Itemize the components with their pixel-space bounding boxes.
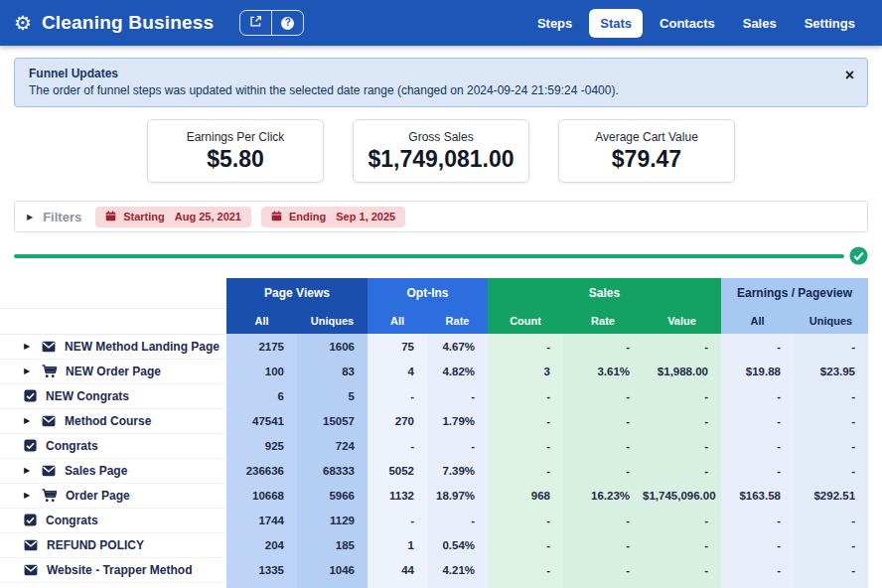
cell-optins-all: -: [368, 383, 427, 408]
funnel-step-cell[interactable]: Congrats: [0, 433, 226, 458]
cell-pageviews-all: 925: [226, 433, 297, 458]
cell-sales-count: -: [488, 383, 563, 408]
cell-earnings-uniques: $292.51: [794, 483, 868, 508]
funnel-step-cell[interactable]: NEW Congrats: [0, 383, 226, 408]
group-header-opt-ins: Opt-Ins: [368, 278, 488, 308]
cell-optins-all: 4: [368, 359, 427, 383]
funnel-step-cell[interactable]: ▶Sales Page: [0, 458, 226, 483]
help-icon: ?: [281, 17, 294, 30]
expand-caret-icon[interactable]: ▶: [24, 416, 33, 425]
top-navbar: ⚙ Cleaning Business ? Steps Stats Contac…: [0, 0, 882, 46]
calendar-icon: [271, 211, 282, 223]
progress-bar: [14, 254, 844, 258]
funnel-step-name: NEW Congrats: [46, 389, 129, 403]
cell-optins-all: 270: [368, 408, 427, 433]
cell-pageviews-uniques: 5966: [297, 483, 368, 508]
cell-pageviews-uniques: 1129: [297, 508, 368, 532]
expand-caret-icon[interactable]: ▶: [24, 491, 33, 500]
funnel-updates-alert: Funnel Updates The order of funnel steps…: [14, 58, 868, 107]
envelope-icon: [24, 539, 38, 551]
nav-tab-contacts[interactable]: Contacts: [649, 9, 726, 38]
funnel-step-cell[interactable]: ▶Order Page: [0, 483, 226, 508]
column-header-sales-count: Count: [488, 308, 563, 334]
funnel-step-cell[interactable]: ▶Website - Method order page: [0, 582, 226, 588]
cell-earnings-all: $19.88: [721, 359, 794, 383]
funnel-step-cell[interactable]: REFUND POLICY: [0, 532, 226, 557]
alert-message: The order of funnel steps was updated wi…: [29, 83, 853, 97]
cell-sales-rate: -: [563, 334, 643, 359]
checked-checkbox-icon: [24, 514, 37, 526]
cell-sales-value: $1,988.00: [643, 359, 721, 383]
funnel-step-name: REFUND POLICY: [47, 538, 144, 552]
starting-date-filter[interactable]: Starting Aug 25, 2021: [95, 207, 251, 227]
cell-sales-count[interactable]: 3: [488, 359, 563, 383]
cell-pageviews-uniques: 15057: [297, 408, 368, 433]
cell-sales-count[interactable]: 1: [488, 582, 563, 588]
funnel-stats-table: Page Views Opt-Ins Sales Earnings / Page…: [0, 278, 868, 588]
cell-sales-count[interactable]: 968: [488, 483, 563, 508]
cell-pageviews-all: 236636: [226, 458, 297, 483]
funnel-step-cell[interactable]: Congrats: [0, 508, 226, 532]
funnel-step-name: Congrats: [46, 439, 98, 453]
funnel-table-body: ▶NEW Method Landing Page21751606754.67%-…: [0, 334, 868, 588]
funnel-step-cell[interactable]: Website - Trapper Method: [0, 557, 226, 582]
envelope-icon: [42, 465, 56, 477]
table-corner: [0, 308, 226, 334]
cell-optins-rate: 2.27%: [427, 582, 488, 588]
cell-sales-value: -: [643, 433, 721, 458]
funnel-step-cell[interactable]: ▶NEW Method Landing Page: [0, 334, 226, 359]
cell-optins-rate: 4.82%: [427, 359, 488, 383]
alert-close-icon[interactable]: ×: [845, 68, 854, 83]
column-header-pageviews-all: All: [226, 308, 297, 334]
cell-earnings-uniques: $23.95: [794, 359, 868, 383]
cell-earnings-all: $35.66: [721, 582, 794, 588]
nav-tab-settings[interactable]: Settings: [794, 9, 866, 38]
expand-caret-icon[interactable]: ▶: [24, 342, 33, 351]
cell-earnings-uniques: -: [794, 334, 868, 359]
cell-optins-all: 44: [368, 557, 427, 582]
column-header-optins-rate: Rate: [427, 308, 488, 334]
expand-caret-icon[interactable]: ▶: [24, 367, 33, 375]
column-header-pageviews-uniques: Uniques: [297, 308, 368, 334]
open-funnel-button[interactable]: [240, 11, 271, 35]
funnel-step-name: NEW Method Landing Page: [65, 340, 220, 354]
funnel-step-name: Congrats: [46, 514, 98, 527]
cell-sales-rate: -: [563, 433, 643, 458]
cell-sales-value: -: [643, 383, 721, 408]
funnel-step-cell[interactable]: ▶NEW Order Page: [0, 359, 226, 383]
table-row: ▶Sales Page2366366833350527.39%-----: [0, 458, 868, 483]
cell-optins-all: 1132: [368, 483, 427, 508]
cell-sales-count: -: [488, 408, 563, 433]
nav-tab-stats[interactable]: Stats: [589, 9, 643, 38]
cell-earnings-uniques: $45.39: [794, 582, 868, 588]
cell-pageviews-uniques: 185: [297, 532, 368, 557]
progress-complete-check-icon: [849, 246, 868, 265]
filters-expand-icon[interactable]: ▶: [27, 213, 33, 221]
cell-earnings-uniques: -: [794, 532, 868, 557]
funnel-step-name: Website - Trapper Method: [47, 563, 192, 577]
table-row: Congrats17441129-------: [0, 508, 868, 532]
funnel-step-name: Order Page: [66, 489, 130, 503]
gear-icon: ⚙: [14, 13, 32, 33]
help-button[interactable]: ?: [271, 11, 303, 35]
sub-header-row: All Uniques All Rate Count Rate Value Al…: [0, 308, 868, 334]
table-row: NEW Congrats65-------: [0, 383, 868, 408]
cell-optins-rate: 0.54%: [427, 532, 488, 557]
expand-caret-icon[interactable]: ▶: [24, 466, 33, 475]
nav-tab-sales[interactable]: Sales: [732, 9, 788, 38]
cell-optins-rate: 4.67%: [427, 334, 488, 359]
cell-earnings-all: -: [721, 508, 794, 532]
cart-icon: [42, 489, 57, 503]
funnel-step-cell[interactable]: ▶Method Course: [0, 408, 226, 433]
card-label: Gross Sales: [408, 130, 473, 144]
table-corner: [0, 278, 226, 308]
cell-pageviews-all: 100: [226, 359, 297, 383]
cell-optins-all: -: [368, 433, 427, 458]
nav-tab-steps[interactable]: Steps: [526, 9, 583, 38]
group-header-page-views: Page Views: [226, 278, 368, 308]
column-header-earnings-all: All: [721, 308, 794, 334]
cell-pageviews-uniques: 5: [297, 383, 368, 408]
ending-date-filter[interactable]: Ending Sep 1, 2025: [261, 207, 405, 227]
cell-optins-rate: 18.97%: [427, 483, 488, 508]
cell-sales-value: -: [643, 557, 721, 582]
